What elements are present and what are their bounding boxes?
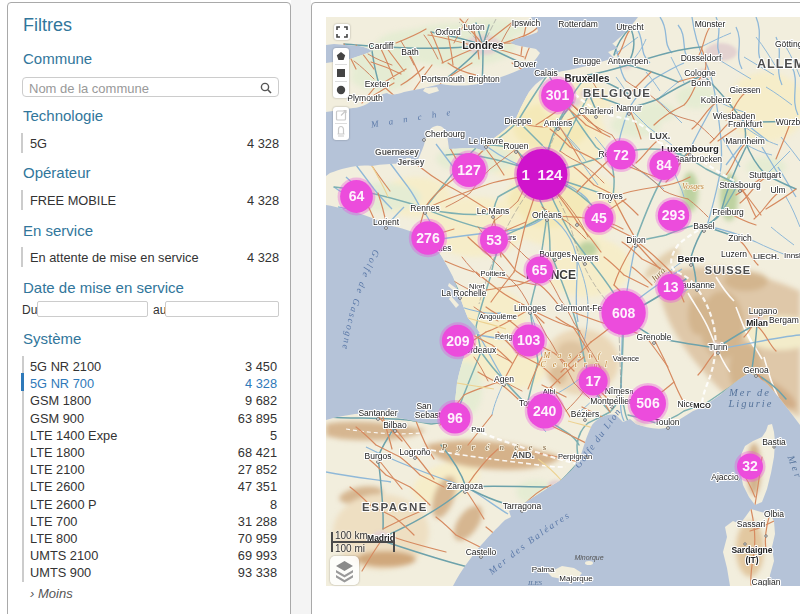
svg-text:ESPAGNE: ESPAGNE	[362, 501, 428, 513]
svg-text:293: 293	[662, 207, 686, 223]
svg-text:Cardiff: Cardiff	[369, 41, 395, 51]
svg-text:Rouen: Rouen	[503, 141, 528, 151]
svg-text:Koblenz: Koblenz	[701, 95, 732, 105]
svg-text:Bilbao: Bilbao	[383, 420, 407, 430]
svg-text:Majorque: Majorque	[559, 574, 593, 583]
svg-text:Ipswich: Ipswich	[512, 18, 541, 28]
svg-text:MCO: MCO	[693, 401, 711, 410]
svg-text:Stuttgart: Stuttgart	[749, 170, 782, 180]
svg-text:ALLEMAGNE: ALLEMAGNE	[757, 57, 800, 71]
svg-text:Caglian: Caglian	[752, 577, 781, 586]
svg-text:Castello: Castello	[466, 547, 497, 557]
svg-text:Strasbourg: Strasbourg	[719, 180, 761, 190]
svg-text:Oxford: Oxford	[435, 27, 461, 37]
svg-text:32: 32	[742, 458, 758, 474]
svg-text:Turin: Turin	[708, 342, 727, 352]
svg-text:Giessen: Giessen	[729, 85, 760, 95]
svg-text:Mannheim: Mannheim	[725, 136, 765, 146]
svg-text:ILES: ILES	[527, 579, 543, 586]
svg-text:276: 276	[416, 230, 440, 246]
svg-text:Brighton: Brighton	[468, 74, 500, 84]
svg-text:Santander: Santander	[358, 408, 397, 418]
svg-text:Freiburg: Freiburg	[712, 207, 744, 217]
svg-text:Bonn: Bonn	[691, 78, 711, 88]
svg-text:Milan: Milan	[746, 318, 768, 328]
svg-text:Agen: Agen	[494, 374, 514, 384]
svg-text:Göttingen: Göttingen	[775, 39, 800, 49]
svg-text:Luzern: Luzern	[721, 249, 747, 259]
svg-text:Nevers: Nevers	[572, 253, 599, 263]
svg-text:LUX.: LUX.	[650, 131, 671, 141]
svg-text:Exeter: Exeter	[365, 79, 390, 89]
svg-text:Lorient: Lorient	[373, 217, 400, 227]
svg-text:Bath: Bath	[401, 47, 419, 57]
svg-text:Amiens: Amiens	[544, 118, 572, 128]
svg-text:1 124: 1 124	[522, 166, 564, 183]
svg-text:Dijon: Dijon	[626, 235, 646, 245]
svg-text:Minorque: Minorque	[574, 554, 603, 562]
svg-text:Portsmouth: Portsmouth	[421, 74, 465, 84]
svg-text:Ajaccio: Ajaccio	[711, 472, 739, 482]
svg-text:301: 301	[546, 87, 570, 103]
svg-text:Cologne: Cologne	[684, 68, 716, 78]
svg-text:Palma: Palma	[532, 565, 555, 574]
svg-text:Logroño: Logroño	[399, 447, 430, 457]
svg-text:Münster: Münster	[695, 19, 726, 29]
svg-text:Londres: Londres	[462, 39, 504, 51]
svg-text:BELGIQUE: BELGIQUE	[583, 87, 651, 99]
svg-text:(IT): (IT)	[745, 555, 758, 565]
svg-text:SUISSE: SUISSE	[705, 264, 751, 276]
svg-text:Plymouth: Plymouth	[347, 93, 383, 103]
svg-text:Olbia: Olbia	[764, 509, 784, 519]
svg-text:Lugano: Lugano	[749, 306, 778, 316]
svg-text:Würzb: Würzb	[776, 117, 800, 127]
svg-text:506: 506	[636, 395, 660, 411]
svg-text:Calais: Calais	[534, 68, 558, 78]
svg-text:La Rochelle: La Rochelle	[442, 288, 487, 298]
svg-text:Le Mans: Le Mans	[477, 206, 510, 216]
svg-text:Guernesey: Guernesey	[375, 147, 419, 157]
svg-text:Berne: Berne	[678, 253, 705, 264]
svg-text:Orléans: Orléans	[532, 210, 562, 220]
svg-text:Bergam: Bergam	[769, 315, 799, 325]
svg-text:Nice: Nice	[677, 399, 694, 409]
svg-text:Ulm: Ulm	[770, 185, 785, 195]
svg-text:608: 608	[612, 305, 636, 321]
svg-text:Clermont-Fer: Clermont-Fer	[555, 303, 605, 313]
svg-text:Luton: Luton	[463, 22, 485, 32]
svg-text:45: 45	[591, 210, 607, 226]
svg-text:Charleroi: Charleroi	[579, 106, 614, 116]
svg-text:Düsseldorf: Düsseldorf	[681, 53, 722, 63]
svg-text:Limoges: Limoges	[514, 303, 546, 313]
svg-text:Valence: Valence	[613, 354, 640, 363]
svg-text:Troyes: Troyes	[597, 191, 623, 201]
svg-text:Saarbrücken: Saarbrücken	[674, 154, 722, 164]
svg-text:103: 103	[517, 332, 541, 348]
svg-text:Ligurie: Ligurie	[728, 398, 774, 409]
svg-text:Frankfurt: Frankfurt	[728, 119, 763, 129]
svg-text:53: 53	[486, 232, 502, 248]
svg-text:17: 17	[585, 373, 601, 389]
svg-text:Grenoble: Grenoble	[637, 332, 672, 342]
svg-text:127: 127	[457, 162, 481, 178]
svg-text:Cherbourg: Cherbourg	[425, 129, 465, 139]
svg-text:Antwerpen: Antwerpen	[608, 56, 649, 66]
svg-text:Zaragoza: Zaragoza	[447, 481, 483, 491]
svg-text:M a s s i f: M a s s i f	[543, 351, 603, 360]
svg-text:Jersey: Jersey	[398, 157, 425, 167]
svg-text:96: 96	[447, 410, 463, 426]
svg-text:Angoulême: Angoulême	[479, 312, 517, 321]
svg-text:Poitiers: Poitiers	[480, 269, 505, 278]
svg-text:Dover: Dover	[514, 59, 537, 69]
svg-text:Tarragona: Tarragona	[503, 501, 542, 511]
svg-text:Béziers: Béziers	[571, 409, 599, 419]
svg-text:209: 209	[446, 333, 470, 349]
svg-text:65: 65	[532, 262, 548, 278]
svg-text:Brugge: Brugge	[573, 56, 601, 66]
svg-text:P y r é n é e s: P y r é n é e s	[441, 442, 551, 452]
svg-text:Utrecht: Utrecht	[616, 22, 644, 32]
svg-text:Rotterdam: Rotterdam	[558, 19, 598, 29]
svg-text:Innsbruck: Innsbruck	[784, 251, 800, 260]
svg-text:Sassari: Sassari	[737, 519, 765, 529]
svg-text:84: 84	[656, 157, 672, 173]
